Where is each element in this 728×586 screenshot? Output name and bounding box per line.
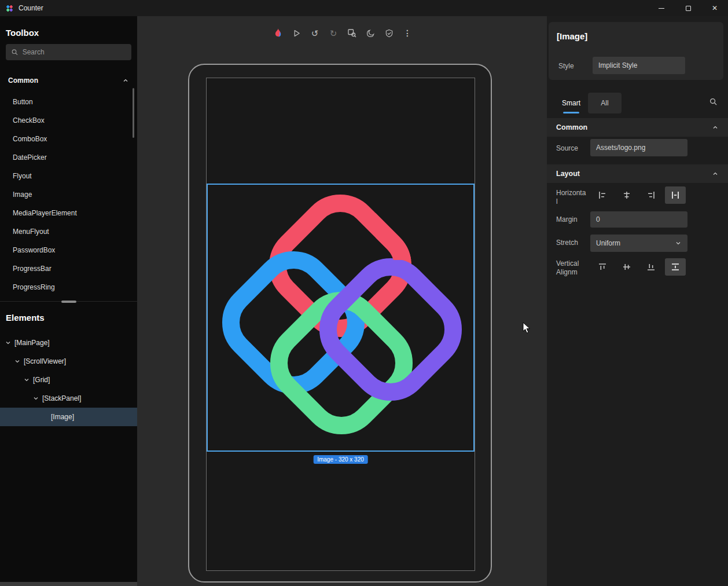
tab-all[interactable]: All: [588, 93, 622, 113]
hot-reload-button[interactable]: [272, 25, 284, 41]
align-bottom-icon: [646, 262, 656, 272]
selected-element-name: [Image]: [557, 31, 587, 41]
tree-item-label: [MainPage]: [14, 339, 50, 347]
align-top-icon: [598, 262, 607, 272]
horizontal-alignment-group: [592, 186, 686, 204]
toolbox-search[interactable]: [6, 44, 131, 60]
minimize-button[interactable]: [648, 0, 675, 16]
tree-item-label: [StackPanel]: [42, 394, 81, 402]
stretch-dropdown[interactable]: Uniform: [590, 235, 687, 252]
valign-stretch-button[interactable]: [665, 258, 686, 276]
toolbox-item-combobox[interactable]: ComboBox: [0, 130, 137, 148]
vertical-alignment-label: Vertical Alignm: [556, 259, 586, 277]
mouse-cursor: [523, 322, 531, 334]
tree-item-mainpage[interactable]: [MainPage]: [0, 334, 137, 352]
chevron-up-icon: [712, 124, 719, 131]
toolbox-item-image[interactable]: Image: [0, 185, 137, 204]
window-title: Counter: [19, 4, 43, 12]
selection-size-badge: Image - 320 x 320: [313, 455, 368, 464]
source-input[interactable]: [590, 139, 687, 156]
tree-item-grid[interactable]: [Grid]: [0, 371, 137, 389]
horizontal-alignment-label: Horizontal: [556, 189, 586, 206]
tab-smart[interactable]: Smart: [554, 93, 588, 113]
elements-title: Elements: [6, 313, 45, 323]
section-common[interactable]: Common: [547, 118, 728, 137]
theme-toggle-moon-icon: [366, 29, 375, 38]
chevron-down-icon: [675, 240, 682, 247]
toolbox-item-progressring[interactable]: ProgressRing: [0, 278, 137, 296]
close-button[interactable]: ✕: [701, 0, 728, 16]
horizontal-scrollbar[interactable]: [0, 582, 137, 586]
app-logo-icon: [5, 4, 14, 13]
align-right-icon: [646, 191, 656, 200]
source-label: Source: [556, 144, 586, 153]
logo-image: [207, 184, 474, 451]
design-canvas[interactable]: ↺ ↻ ⋮: [137, 16, 547, 586]
toolbox-item-flyout[interactable]: Flyout: [0, 167, 137, 185]
align-center-horizontal-icon: [622, 191, 631, 200]
toolbox-title: Toolbox: [6, 28, 39, 38]
play-button[interactable]: [291, 25, 302, 41]
search-input[interactable]: [23, 48, 126, 56]
halign-left-button[interactable]: [592, 186, 613, 204]
tree-item-image[interactable]: [Image]: [0, 408, 137, 426]
tree-item-label: [Image]: [51, 413, 74, 421]
margin-input[interactable]: [590, 211, 687, 228]
selection-box[interactable]: [207, 184, 475, 452]
stretch-vertical-icon: [671, 262, 680, 272]
style-input[interactable]: [593, 57, 685, 74]
valign-bottom-button[interactable]: [641, 258, 661, 276]
properties-panel: [Image] Style Smart All Common Source La…: [547, 16, 728, 586]
validate-button[interactable]: [383, 25, 395, 41]
valign-top-button[interactable]: [592, 258, 613, 276]
hot-reload-flame-icon: [274, 28, 282, 38]
toolbox-item-progressbar[interactable]: ProgressBar: [0, 259, 137, 278]
tree-item-scrollviewer[interactable]: [ScrollViewer]: [0, 352, 137, 371]
vertical-alignment-group: [592, 258, 686, 276]
close-icon: ✕: [712, 4, 718, 12]
halign-stretch-button[interactable]: [665, 186, 686, 204]
toolbox-section-common[interactable]: Common: [0, 72, 137, 89]
properties-search-button[interactable]: [709, 97, 718, 106]
play-icon: [292, 29, 301, 38]
more-options-button[interactable]: ⋮: [402, 25, 413, 41]
toolbox-item-button[interactable]: Button: [0, 93, 137, 111]
page-surface[interactable]: Image - 320 x 320: [206, 78, 475, 571]
title-bar: Counter ✕: [0, 0, 728, 16]
maximize-icon: [686, 6, 691, 11]
chevron-up-icon: [712, 170, 719, 177]
redo-icon: ↻: [330, 29, 337, 38]
chevron-up-icon: [122, 77, 129, 84]
toolbox-list: Button CheckBox ComboBox DatePicker Flyo…: [0, 93, 137, 296]
search-icon: [709, 97, 718, 106]
undo-icon: ↺: [311, 29, 319, 38]
tree-item-label: [Grid]: [33, 376, 50, 384]
halign-center-button[interactable]: [616, 186, 637, 204]
redo-button[interactable]: ↻: [328, 25, 339, 41]
valign-center-button[interactable]: [616, 258, 637, 276]
toolbox-item-menuflyout[interactable]: MenuFlyout: [0, 222, 137, 241]
maximize-button[interactable]: [675, 0, 701, 16]
toolbox-scrollbar[interactable]: [133, 88, 134, 138]
window-controls: ✕: [648, 0, 728, 16]
inspect-element-icon: [347, 28, 356, 38]
toolbox-item-passwordbox[interactable]: PasswordBox: [0, 241, 137, 259]
toolbox-item-checkbox[interactable]: CheckBox: [0, 111, 137, 130]
canvas-toolbar: ↺ ↻ ⋮: [272, 24, 413, 42]
margin-label: Margin: [556, 215, 586, 224]
chevron-down-icon: [14, 358, 21, 365]
search-icon: [11, 48, 19, 56]
theme-toggle-button[interactable]: [365, 25, 376, 41]
section-label: Common: [8, 76, 38, 85]
tree-item-stackpanel[interactable]: [StackPanel]: [0, 389, 137, 408]
panel-splitter[interactable]: [0, 299, 137, 305]
section-layout[interactable]: Layout: [547, 164, 728, 183]
inspect-button[interactable]: [346, 25, 358, 41]
undo-button[interactable]: ↺: [309, 25, 321, 41]
toolbox-item-datepicker[interactable]: DatePicker: [0, 148, 137, 167]
minimize-icon: [659, 8, 664, 9]
halign-right-button[interactable]: [641, 186, 661, 204]
toolbox-item-mediaplayerelement[interactable]: MediaPlayerElement: [0, 204, 137, 222]
section-label: Common: [556, 123, 587, 131]
stretch-horizontal-icon: [671, 191, 680, 200]
